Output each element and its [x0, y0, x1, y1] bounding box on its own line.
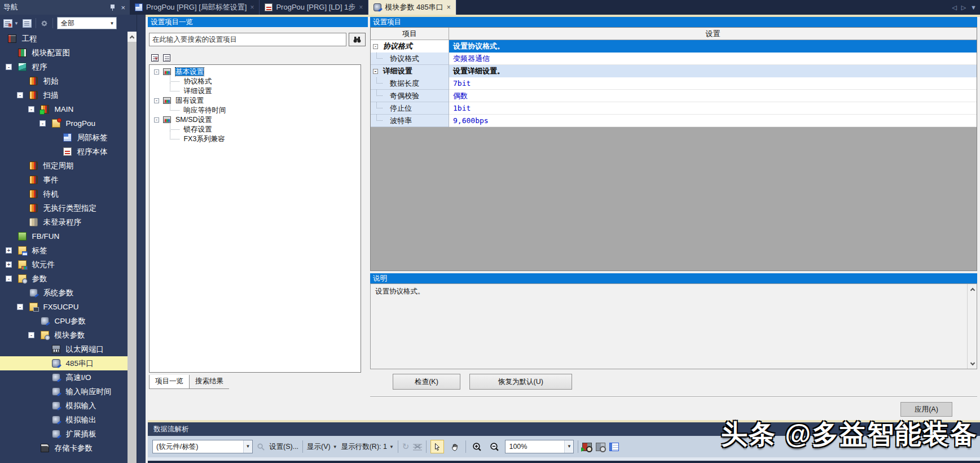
display-menu-button[interactable]: 显示(V): [307, 442, 331, 452]
settings-row[interactable]: 奇偶校验 偶数: [371, 90, 977, 102]
tree-item[interactable]: 局部标签: [0, 130, 128, 145]
tree-filter-icon[interactable]: [3, 19, 12, 28]
dataflow-settings-button[interactable]: 设置(S)...: [269, 442, 298, 452]
description-scrollbar[interactable]: [967, 284, 977, 369]
setting-item-cell[interactable]: 停止位: [371, 102, 449, 115]
settings-search-input[interactable]: [150, 33, 346, 46]
restore-default-button[interactable]: 恢复为默认(U): [469, 374, 572, 390]
display-rows-button[interactable]: 显示行数(R): 1: [341, 442, 387, 452]
settings-tree-item[interactable]: 响应等待时间: [150, 106, 361, 115]
tree-item[interactable]: 485串口: [0, 356, 128, 370]
setting-value-cell[interactable]: 偶数: [449, 90, 977, 102]
settings-row[interactable]: 波特率 9,600bps: [371, 115, 977, 127]
expand-toggle-icon[interactable]: -: [39, 120, 46, 126]
expand-toggle-icon[interactable]: -: [373, 44, 378, 49]
settings-tree-item[interactable]: - 固有设置: [150, 96, 361, 106]
tree-item[interactable]: 以太网端口: [0, 342, 128, 356]
pan-hand-button[interactable]: [448, 440, 462, 453]
chevron-down-icon[interactable]: ▼: [333, 444, 337, 449]
apply-button[interactable]: 应用(A): [900, 402, 952, 417]
zoom-out-button[interactable]: [487, 440, 501, 453]
chevron-down-icon[interactable]: ▼: [108, 21, 116, 26]
tree-item[interactable]: CPU参数: [0, 314, 128, 328]
tree-item[interactable]: - 扫描: [0, 88, 128, 102]
tree-item[interactable]: 高速I/O: [0, 370, 128, 385]
setting-item-cell[interactable]: - 协议格式: [371, 40, 449, 53]
tree-item[interactable]: 初始: [0, 74, 128, 88]
document-tab[interactable]: 模块参数 485串口 ×: [368, 0, 456, 15]
setting-value-cell[interactable]: 7bit: [449, 77, 977, 90]
expand-toggle-icon[interactable]: +: [6, 261, 12, 268]
tree-item[interactable]: 恒定周期: [0, 159, 128, 173]
setting-value-cell[interactable]: 设置详细设置。: [449, 65, 977, 77]
expand-toggle-icon[interactable]: +: [6, 247, 12, 254]
nav-scrollbar[interactable]: [128, 32, 137, 463]
pin-icon[interactable]: [110, 5, 115, 11]
settings-tree-item[interactable]: - 基本设置: [150, 67, 361, 77]
tree-item[interactable]: 存储卡参数: [0, 441, 128, 455]
setting-value-cell[interactable]: 1bit: [449, 102, 977, 115]
scroll-up-button[interactable]: [128, 32, 137, 42]
document-tab[interactable]: ProgPou [PRG] [局部标签设置] ×: [130, 0, 260, 15]
expand-toggle-icon[interactable]: -: [154, 98, 159, 103]
nav-filter-combobox[interactable]: 全部 ▼: [57, 17, 117, 29]
settings-tree-item[interactable]: 协议格式: [150, 77, 361, 86]
gear-icon[interactable]: [40, 19, 49, 28]
settings-row[interactable]: 数据长度 7bit: [371, 77, 977, 90]
close-icon[interactable]: ×: [121, 3, 125, 12]
tree-display-icon[interactable]: [23, 19, 32, 28]
document-tab[interactable]: ProgPou [PRG] [LD] 1步 ×: [260, 0, 368, 15]
tree-item[interactable]: 输入响应时间: [0, 385, 128, 399]
expand-toggle-icon[interactable]: -: [6, 276, 12, 282]
setting-item-cell[interactable]: - 详细设置: [371, 65, 449, 77]
tree-item[interactable]: FB/FUN: [0, 229, 128, 243]
settings-row[interactable]: 停止位 1bit: [371, 102, 977, 115]
tree-item[interactable]: 模拟输出: [0, 413, 128, 427]
dataflow-search-inactive-icon[interactable]: [596, 443, 605, 451]
expand-toggle-icon[interactable]: -: [17, 304, 23, 310]
expand-toggle-icon[interactable]: -: [154, 117, 159, 123]
tree-item[interactable]: 工程: [0, 32, 128, 46]
setting-item-cell[interactable]: 协议格式: [371, 53, 449, 65]
expand-toggle-icon[interactable]: -: [28, 106, 34, 112]
tree-item[interactable]: 模块配置图: [0, 46, 128, 60]
tree-item[interactable]: - FX5UCPU: [0, 300, 128, 314]
setting-item-cell[interactable]: 数据长度: [371, 77, 449, 90]
expand-toggle-icon[interactable]: -: [28, 332, 34, 338]
check-button[interactable]: 检查(K): [393, 374, 460, 390]
settings-row[interactable]: 协议格式 变频器通信: [371, 53, 977, 65]
chevron-down-icon[interactable]: ▼: [389, 444, 394, 449]
setting-value-cell[interactable]: 9,600bps: [449, 115, 977, 127]
scroll-up-button[interactable]: [968, 285, 977, 294]
tree-item[interactable]: 未登录程序: [0, 215, 128, 229]
chevron-down-icon[interactable]: ▼: [564, 440, 573, 453]
collapse-all-icon[interactable]: [151, 54, 159, 62]
setting-value-cell[interactable]: 设置协议格式。: [449, 40, 977, 53]
settings-tree-item[interactable]: 详细设置: [150, 86, 361, 96]
settings-row[interactable]: - 协议格式 设置协议格式。: [371, 40, 977, 53]
expand-toggle-icon[interactable]: -: [373, 69, 378, 74]
tree-item[interactable]: - 模块参数: [0, 328, 128, 342]
tree-item[interactable]: 模拟输入: [0, 399, 128, 413]
tree-item[interactable]: + 软元件: [0, 257, 128, 272]
tab-scroll-left-icon[interactable]: ◁: [952, 4, 956, 11]
device-label-combobox[interactable]: (软元件/标签) ▼: [152, 440, 253, 453]
tab-scroll-right-icon[interactable]: ▷: [961, 4, 966, 11]
select-cursor-button[interactable]: [430, 440, 444, 453]
list-bottom-tab[interactable]: 搜索结果: [190, 375, 229, 389]
setting-value-cell[interactable]: 变频器通信: [449, 53, 977, 65]
tree-item[interactable]: 程序本体: [0, 145, 128, 159]
dataflow-grid-icon[interactable]: [609, 443, 619, 451]
dataflow-search-icon[interactable]: [582, 443, 592, 451]
setting-item-cell[interactable]: 奇偶校验: [371, 90, 449, 102]
find-button[interactable]: [349, 33, 366, 46]
refresh-icon[interactable]: ↻: [402, 442, 410, 452]
tab-close-icon[interactable]: ×: [359, 3, 363, 11]
tab-close-icon[interactable]: ×: [250, 3, 254, 11]
filter-dropdown-icon[interactable]: ▼: [14, 21, 19, 26]
tab-list-dropdown-icon[interactable]: ▼: [970, 4, 977, 11]
tree-item[interactable]: 事件: [0, 173, 128, 187]
tree-item[interactable]: 无执行类型指定: [0, 201, 128, 215]
list-bottom-tab[interactable]: 项目一览: [149, 375, 190, 389]
expand-toggle-icon[interactable]: -: [17, 92, 23, 98]
